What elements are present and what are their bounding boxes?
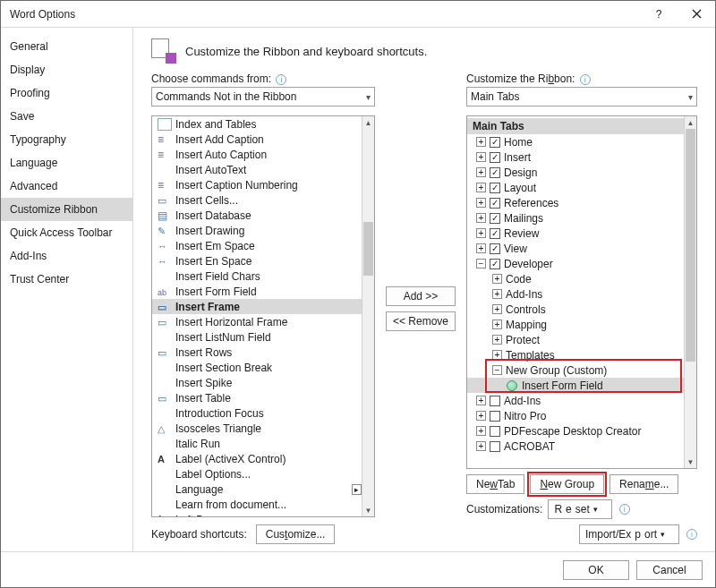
checkbox[interactable]	[490, 426, 500, 437]
expand-icon[interactable]: +	[476, 213, 486, 223]
checkbox[interactable]: ✓	[490, 137, 500, 148]
sidebar-item-quick-access-toolbar[interactable]: Quick Access Toolbar	[1, 221, 132, 244]
checkbox[interactable]: ✓	[490, 167, 500, 178]
collapse-icon[interactable]: −	[492, 365, 502, 375]
expand-icon[interactable]: +	[476, 152, 486, 162]
import-export-dropdown[interactable]: Import/Export▾	[579, 524, 679, 544]
command-item[interactable]: Isosceles Triangle	[152, 421, 362, 436]
tree-node[interactable]: +✓Layout	[467, 180, 684, 195]
command-item[interactable]: Index and Tables	[152, 116, 362, 132]
sidebar-item-advanced[interactable]: Advanced	[1, 175, 132, 198]
tree-node[interactable]: +Code	[467, 271, 684, 286]
new-group-button[interactable]: New Group	[530, 474, 604, 494]
sidebar-item-add-ins[interactable]: Add-Ins	[1, 244, 132, 268]
command-item[interactable]: Language ▸	[152, 481, 362, 497]
tree-node[interactable]: +ACROBAT	[467, 439, 684, 454]
command-item[interactable]: Italic Run	[152, 436, 362, 451]
new-tab-button[interactable]: New Tab	[466, 474, 524, 494]
scroll-thumb[interactable]	[686, 129, 695, 362]
command-item[interactable]: Insert ListNum Field	[152, 329, 362, 345]
sidebar-item-display[interactable]: Display	[1, 58, 132, 81]
customize-keyboard-button[interactable]: Customize...	[256, 524, 336, 544]
reset-dropdown[interactable]: Reset▾	[548, 499, 611, 519]
tree-node[interactable]: +Controls	[467, 302, 684, 317]
command-item[interactable]: Insert Section Break	[152, 360, 362, 375]
checkbox[interactable]: ✓	[490, 213, 500, 224]
info-icon[interactable]: i	[619, 504, 630, 515]
command-item[interactable]: Insert Horizontal Frame	[152, 314, 362, 329]
command-item[interactable]: Insert Frame	[152, 299, 362, 314]
command-item[interactable]: Insert Database	[152, 208, 362, 223]
cancel-button[interactable]: Cancel	[636, 560, 703, 580]
checkbox[interactable]	[490, 411, 500, 422]
expand-icon[interactable]: +	[476, 243, 486, 253]
command-item[interactable]: Label (ActiveX Control)	[152, 451, 362, 466]
info-icon[interactable]: i	[580, 74, 591, 85]
checkbox[interactable]: ✓	[490, 259, 500, 269]
tree-node[interactable]: +PDFescape Desktop Creator	[467, 423, 684, 439]
tree-node[interactable]: +✓Home	[467, 134, 684, 149]
checkbox[interactable]: ✓	[490, 228, 500, 239]
command-item[interactable]: Insert Spike	[152, 375, 362, 390]
expand-icon[interactable]: +	[492, 274, 502, 284]
info-icon[interactable]: i	[276, 74, 286, 85]
scroll-thumb[interactable]	[363, 222, 373, 276]
remove-button[interactable]: << Remove	[386, 311, 456, 331]
expand-icon[interactable]: +	[492, 335, 502, 345]
command-item[interactable]: Introduction Focus	[152, 405, 362, 421]
tree-node[interactable]: −✓Developer	[467, 256, 684, 271]
sidebar-item-trust-center[interactable]: Trust Center	[1, 268, 132, 291]
sidebar-item-typography[interactable]: Typography	[1, 128, 132, 151]
tree-node[interactable]: +Nitro Pro	[467, 408, 684, 423]
tree-node[interactable]: +✓Design	[467, 165, 684, 180]
command-item[interactable]: Insert AutoText	[152, 162, 362, 177]
tree-node[interactable]: +Templates	[467, 347, 684, 362]
expand-icon[interactable]: +	[476, 396, 486, 405]
sidebar-item-customize-ribbon[interactable]: Customize Ribbon	[1, 198, 132, 221]
expand-icon[interactable]: +	[476, 137, 486, 147]
checkbox[interactable]: ✓	[490, 243, 500, 254]
add-button[interactable]: Add >>	[386, 286, 456, 306]
tree-node[interactable]: +✓Review	[467, 226, 684, 241]
expand-icon[interactable]: +	[476, 228, 486, 238]
tree-node[interactable]: −New Group (Custom)	[467, 362, 684, 378]
sidebar-item-proofing[interactable]: Proofing	[1, 81, 132, 105]
tree-node[interactable]: +Mapping	[467, 317, 684, 332]
checkbox[interactable]: ✓	[490, 152, 500, 163]
checkbox[interactable]	[490, 396, 500, 406]
tree-node[interactable]: +✓Mailings	[467, 210, 684, 226]
command-item[interactable]: Insert En Space	[152, 253, 362, 268]
command-item[interactable]: Insert Table	[152, 390, 362, 405]
command-item[interactable]: Insert Em Space	[152, 238, 362, 253]
expand-icon[interactable]: +	[476, 411, 486, 421]
command-item[interactable]: Left Brace	[152, 512, 362, 516]
collapse-icon[interactable]: −	[476, 259, 486, 268]
customize-ribbon-select[interactable]: Main Tabs ▾	[466, 87, 697, 107]
tree-node[interactable]: +Protect	[467, 332, 684, 347]
sidebar-item-language[interactable]: Language	[1, 151, 132, 175]
sidebar-item-general[interactable]: General	[1, 35, 132, 58]
scroll-down-icon[interactable]: ▼	[362, 504, 374, 516]
expand-icon[interactable]: +	[476, 167, 486, 177]
tree-node[interactable]: +✓Insert	[467, 149, 684, 165]
tree-node[interactable]: +✓References	[467, 195, 684, 210]
help-button[interactable]: ?	[640, 1, 678, 28]
checkbox[interactable]: ✓	[490, 198, 500, 209]
info-icon[interactable]: i	[686, 529, 697, 540]
expand-icon[interactable]: +	[476, 183, 486, 192]
command-item[interactable]: Learn from document...	[152, 497, 362, 512]
command-item[interactable]: Insert Form Field	[152, 284, 362, 299]
commands-listbox[interactable]: Index and TablesInsert Add CaptionInsert…	[151, 115, 375, 517]
scroll-down-icon[interactable]: ▼	[685, 456, 696, 468]
tree-node[interactable]: Insert Form Field	[467, 378, 684, 393]
checkbox[interactable]	[490, 441, 500, 452]
scroll-up-icon[interactable]: ▲	[362, 116, 374, 129]
ribbon-tree[interactable]: Main Tabs +✓Home+✓Insert+✓Design+✓Layout…	[466, 115, 697, 469]
choose-commands-select[interactable]: Commands Not in the Ribbon ▾	[151, 87, 375, 107]
command-item[interactable]: Insert Cells...	[152, 192, 362, 208]
checkbox[interactable]: ✓	[490, 183, 500, 193]
expand-icon[interactable]: +	[476, 441, 486, 451]
tree-node[interactable]: +Add-Ins	[467, 286, 684, 302]
expand-icon[interactable]: +	[492, 304, 502, 314]
expand-icon[interactable]: +	[476, 426, 486, 436]
